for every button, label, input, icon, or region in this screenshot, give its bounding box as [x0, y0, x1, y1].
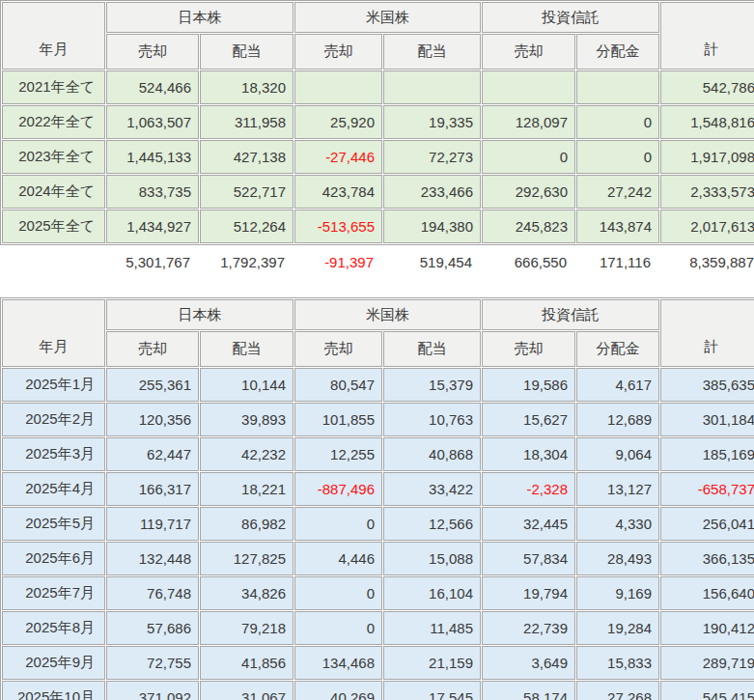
- data-cell-jp-dividend[interactable]: 39,893: [200, 403, 293, 436]
- data-cell-trust-distribution[interactable]: 4,330: [576, 507, 659, 541]
- year-month-header-cell[interactable]: 年月: [2, 2, 105, 70]
- sub-header-distribution-trust[interactable]: 分配金: [576, 34, 659, 70]
- data-cell-trust-distribution[interactable]: 0: [576, 140, 659, 174]
- data-cell-total[interactable]: 545,415: [660, 681, 754, 700]
- data-cell-total[interactable]: 190,412: [660, 611, 754, 645]
- data-cell-jp-dividend[interactable]: 42,232: [200, 437, 293, 471]
- data-cell-jp-dividend[interactable]: 311,958: [200, 105, 293, 139]
- data-cell-jp-dividend[interactable]: 127,825: [200, 542, 293, 575]
- group-header-japan-stocks[interactable]: 日本株: [106, 299, 293, 330]
- data-cell-us-sell[interactable]: 423,784: [294, 175, 382, 209]
- row-label-cell[interactable]: 2025年4月: [2, 472, 105, 506]
- grand-total-trust-distribution[interactable]: 171,116: [575, 246, 658, 278]
- data-cell-trust-sell[interactable]: 128,097: [482, 105, 575, 139]
- data-cell-us-sell[interactable]: 40,269: [294, 681, 382, 700]
- total-header-cell[interactable]: 計: [660, 2, 754, 70]
- data-cell-jp-dividend[interactable]: 522,717: [200, 175, 293, 209]
- grand-total-trust-sell[interactable]: 666,550: [481, 246, 574, 278]
- data-cell-us-dividend[interactable]: 21,159: [383, 646, 481, 680]
- data-cell-us-sell[interactable]: 134,468: [294, 646, 382, 680]
- data-cell-us-dividend[interactable]: 233,466: [383, 175, 481, 209]
- row-label-cell[interactable]: 2025年全て: [2, 210, 105, 243]
- data-cell-us-dividend[interactable]: 33,422: [383, 472, 481, 506]
- data-cell-jp-sell[interactable]: 132,448: [106, 542, 199, 575]
- data-cell-jp-sell[interactable]: 119,717: [106, 507, 199, 541]
- data-cell-us-sell[interactable]: 12,255: [294, 437, 382, 471]
- data-cell-jp-dividend[interactable]: 18,221: [200, 472, 293, 506]
- data-cell-us-sell[interactable]: [294, 70, 382, 104]
- grand-total-overall[interactable]: 8,359,887: [659, 246, 754, 278]
- data-cell-jp-sell[interactable]: 524,466: [106, 70, 199, 104]
- data-cell-trust-sell[interactable]: 245,823: [482, 210, 575, 243]
- data-cell-jp-sell[interactable]: 833,735: [106, 175, 199, 209]
- data-cell-total[interactable]: 156,640: [660, 576, 754, 610]
- data-cell-us-sell[interactable]: 25,920: [294, 105, 382, 139]
- data-cell-trust-distribution[interactable]: 19,284: [576, 611, 659, 645]
- data-cell-total[interactable]: 1,917,098: [660, 140, 754, 174]
- data-cell-total[interactable]: 366,135: [660, 542, 754, 575]
- data-cell-us-sell[interactable]: 101,855: [294, 403, 382, 436]
- data-cell-trust-distribution[interactable]: 9,064: [576, 437, 659, 471]
- grand-total-us-sell[interactable]: -91,397: [293, 246, 381, 278]
- data-cell-us-sell[interactable]: 0: [294, 576, 382, 610]
- sub-header-sell-trust[interactable]: 売却: [482, 331, 575, 367]
- data-cell-total[interactable]: 542,786: [660, 70, 754, 104]
- data-cell-us-dividend[interactable]: 11,485: [383, 611, 481, 645]
- data-cell-trust-distribution[interactable]: 12,689: [576, 403, 659, 436]
- data-cell-trust-distribution[interactable]: 28,493: [576, 542, 659, 575]
- data-cell-trust-sell[interactable]: 19,794: [482, 576, 575, 610]
- data-cell-total[interactable]: 185,169: [660, 437, 754, 471]
- data-cell-jp-dividend[interactable]: 79,218: [200, 611, 293, 645]
- data-cell-trust-sell[interactable]: 292,630: [482, 175, 575, 209]
- sub-header-sell-us[interactable]: 売却: [294, 331, 382, 367]
- data-cell-trust-distribution[interactable]: 27,268: [576, 681, 659, 700]
- row-label-cell[interactable]: 2025年8月: [2, 611, 105, 645]
- data-cell-jp-sell[interactable]: 166,317: [106, 472, 199, 506]
- sub-header-sell-jp[interactable]: 売却: [106, 34, 199, 70]
- row-label-cell[interactable]: 2025年3月: [2, 437, 105, 471]
- data-cell-trust-sell[interactable]: 22,739: [482, 611, 575, 645]
- data-cell-us-dividend[interactable]: 15,088: [383, 542, 481, 575]
- sub-header-distribution-trust[interactable]: 分配金: [576, 331, 659, 367]
- data-cell-total[interactable]: 289,719: [660, 646, 754, 680]
- row-label-cell[interactable]: 2025年1月: [2, 368, 105, 402]
- data-cell-trust-distribution[interactable]: 13,127: [576, 472, 659, 506]
- data-cell-jp-sell[interactable]: 1,434,927: [106, 210, 199, 243]
- data-cell-us-dividend[interactable]: 40,868: [383, 437, 481, 471]
- row-label-cell[interactable]: 2021年全て: [2, 70, 105, 104]
- data-cell-jp-dividend[interactable]: 41,856: [200, 646, 293, 680]
- data-cell-total[interactable]: 385,635: [660, 368, 754, 402]
- data-cell-trust-sell[interactable]: 0: [482, 140, 575, 174]
- data-cell-jp-sell[interactable]: 120,356: [106, 403, 199, 436]
- data-cell-total[interactable]: 2,017,613: [660, 210, 754, 243]
- data-cell-jp-dividend[interactable]: 512,264: [200, 210, 293, 243]
- data-cell-total[interactable]: 301,184: [660, 403, 754, 436]
- data-cell-trust-distribution[interactable]: 0: [576, 105, 659, 139]
- data-cell-us-sell[interactable]: -27,446: [294, 140, 382, 174]
- data-cell-jp-dividend[interactable]: 86,982: [200, 507, 293, 541]
- row-label-cell[interactable]: 2022年全て: [2, 105, 105, 139]
- group-header-investment-trust[interactable]: 投資信託: [482, 2, 659, 33]
- data-cell-us-sell[interactable]: 0: [294, 507, 382, 541]
- grand-total-jp-sell[interactable]: 5,301,767: [105, 246, 198, 278]
- data-cell-total[interactable]: 256,041: [660, 507, 754, 541]
- row-label-cell[interactable]: 2025年2月: [2, 403, 105, 436]
- group-header-investment-trust[interactable]: 投資信託: [482, 299, 659, 330]
- data-cell-us-dividend[interactable]: 19,335: [383, 105, 481, 139]
- group-header-japan-stocks[interactable]: 日本株: [106, 2, 293, 33]
- row-label-cell[interactable]: 2023年全て: [2, 140, 105, 174]
- data-cell-total[interactable]: 1,548,816: [660, 105, 754, 139]
- data-cell-trust-sell[interactable]: 58,174: [482, 681, 575, 700]
- data-cell-total[interactable]: -658,737: [660, 472, 754, 506]
- data-cell-trust-sell[interactable]: -2,328: [482, 472, 575, 506]
- data-cell-us-dividend[interactable]: [383, 70, 481, 104]
- data-cell-us-sell[interactable]: 0: [294, 611, 382, 645]
- row-label-cell[interactable]: 2024年全て: [2, 175, 105, 209]
- sub-header-dividend-jp[interactable]: 配当: [200, 34, 293, 70]
- data-cell-jp-sell[interactable]: 1,445,133: [106, 140, 199, 174]
- data-cell-us-dividend[interactable]: 194,380: [383, 210, 481, 243]
- data-cell-jp-dividend[interactable]: 34,826: [200, 576, 293, 610]
- group-header-us-stocks[interactable]: 米国株: [294, 299, 481, 330]
- data-cell-us-dividend[interactable]: 15,379: [383, 368, 481, 402]
- data-cell-total[interactable]: 2,333,573: [660, 175, 754, 209]
